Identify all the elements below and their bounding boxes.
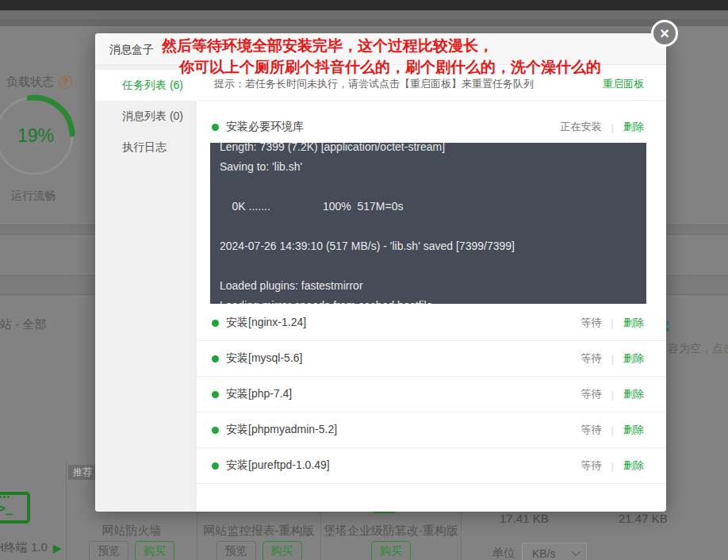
sidebar-item-task-list[interactable]: 任务列表 (6) — [95, 70, 197, 101]
separator: | — [611, 389, 614, 401]
task-delete-link[interactable]: 删除 — [623, 120, 644, 134]
close-icon[interactable]: × — [651, 20, 678, 47]
ssh-terminal-label[interactable]: H终端 1.0 ▶ — [0, 540, 62, 555]
chevron-down-icon — [572, 547, 580, 556]
buy-button[interactable]: 购买 — [135, 541, 174, 560]
install-console-output[interactable]: Length: 7399 (7.2K) [application/octet-s… — [210, 143, 646, 304]
task-status-dot-icon — [212, 355, 219, 362]
buy-button[interactable]: 购买 — [262, 541, 302, 560]
page-root: 负载状态 ? 19% 运行流畅 站 - 全部 容为空，点击 >_ H终端 1.0… — [0, 0, 728, 560]
task-status: 等待 — [581, 387, 602, 401]
task-status-dot-icon — [212, 320, 219, 327]
page-nav-bar — [0, 10, 728, 19]
sidebar-item-exec-log[interactable]: 执行日志 — [95, 132, 196, 163]
terminal-window-dots-icon — [0, 496, 10, 498]
preview-button[interactable]: 预览 — [216, 541, 256, 560]
clipped-empty-hint-text: 容为空，点击 — [668, 342, 728, 356]
separator: | — [611, 121, 614, 133]
load-status-text: 运行流畅 — [11, 189, 56, 203]
unit-select[interactable]: KB/s — [522, 543, 587, 560]
modal-title: 消息盒子 — [109, 33, 154, 65]
load-status-label: 负载状态 — [6, 75, 54, 90]
restart-panel-link[interactable]: 重启面板 — [603, 77, 644, 91]
task-row-env-lib: 安装必要环境库 正在安装 | 删除 — [197, 113, 666, 141]
help-icon[interactable]: ? — [59, 75, 72, 89]
task-row-nginx: 安装[nginx-1.24] 等待 | 删除 — [197, 305, 666, 341]
message-box-modal: 消息盒子 × 然后等待环境全部安装完毕，这个过程比较漫长， 你可以上个厕所刷个抖… — [95, 33, 666, 512]
site-filter-label: 站 - 全部 — [0, 317, 46, 332]
separator: | — [611, 424, 614, 436]
traffic-unit-row: 单位 KB/s — [492, 543, 587, 560]
unit-select-value: KB/s — [532, 547, 556, 560]
load-status-header: 负载状态 ? — [6, 75, 72, 90]
separator: | — [611, 317, 614, 329]
task-delete-link[interactable]: 删除 — [623, 423, 644, 437]
terminal-prompt-icon: >_ — [0, 501, 13, 516]
browser-top-bar — [0, 0, 728, 10]
terminal-name-text: H终端 1.0 — [0, 540, 48, 555]
task-label: 安装[mysql-5.6] — [226, 351, 581, 366]
task-delete-link[interactable]: 删除 — [623, 351, 644, 366]
page-subnav-bar — [0, 19, 728, 26]
separator: | — [611, 460, 614, 472]
traffic-up-value: 17.41 KB — [500, 512, 549, 525]
task-row-php: 安装[php-7.4] 等待 | 删除 — [197, 377, 666, 412]
task-row-mysql: 安装[mysql-5.6] 等待 | 删除 — [197, 341, 666, 377]
modal-sidebar: 任务列表 (6) 消息列表 (0) 执行日志 — [95, 65, 197, 512]
task-status-dot-icon — [212, 391, 219, 398]
task-delete-link[interactable]: 删除 — [623, 316, 644, 330]
ssh-terminal-icon[interactable]: >_ — [0, 492, 30, 524]
task-status: 等待 — [581, 458, 602, 473]
task-delete-link[interactable]: 删除 — [623, 458, 644, 473]
load-percent-value: 19% — [0, 125, 71, 147]
task-label: 安装必要环境库 — [226, 120, 561, 134]
sidebar-item-message-list[interactable]: 消息列表 (0) — [95, 101, 196, 132]
task-label: 安装[phpmyadmin-5.2] — [226, 423, 581, 437]
plugin-title: 堡塔企业级防篡改-重构版 — [321, 524, 461, 539]
task-status-dot-icon — [212, 462, 219, 470]
play-icon: ▶ — [53, 542, 62, 554]
task-status: 等待 — [581, 423, 602, 437]
task-label: 安装[php-7.4] — [226, 387, 581, 401]
task-status: 等待 — [581, 351, 602, 366]
task-status-dot-icon — [212, 427, 219, 434]
modal-header: 消息盒子 — [95, 33, 666, 65]
console-text: Length: 7399 (7.2K) [application/octet-s… — [220, 143, 637, 304]
unit-label: 单位 — [492, 546, 515, 560]
task-status-dot-icon — [212, 124, 219, 131]
plugin-title: 网站防火墙 — [67, 524, 197, 539]
task-delete-link[interactable]: 删除 — [623, 387, 644, 401]
tip-row: 提示：若任务长时间未执行，请尝试点击【重启面板】来重置任务队列 重启面板 — [197, 65, 666, 101]
task-label: 安装[pureftpd-1.0.49] — [226, 458, 581, 473]
task-row-phpmyadmin: 安装[phpmyadmin-5.2] 等待 | 删除 — [197, 412, 666, 448]
separator: | — [611, 353, 614, 365]
plugin-title: 网站监控报表-重构版 — [197, 524, 320, 539]
traffic-down-value: 21.47 KB — [619, 512, 668, 525]
task-status: 等待 — [581, 316, 602, 330]
task-status: 正在安装 — [561, 120, 602, 134]
preview-button[interactable]: 预览 — [89, 541, 128, 560]
modal-content: 提示：若任务长时间未执行，请尝试点击【重启面板】来重置任务队列 重启面板 安装必… — [197, 65, 666, 512]
task-label: 安装[nginx-1.24] — [226, 316, 581, 330]
recommended-badge: 推荐 — [68, 465, 97, 480]
task-row-pureftpd: 安装[pureftpd-1.0.49] 等待 | 删除 — [197, 448, 666, 484]
tip-text: 提示：若任务长时间未执行，请尝试点击【重启面板】来重置任务队列 — [214, 77, 534, 91]
buy-button[interactable]: 购买 — [371, 541, 411, 560]
